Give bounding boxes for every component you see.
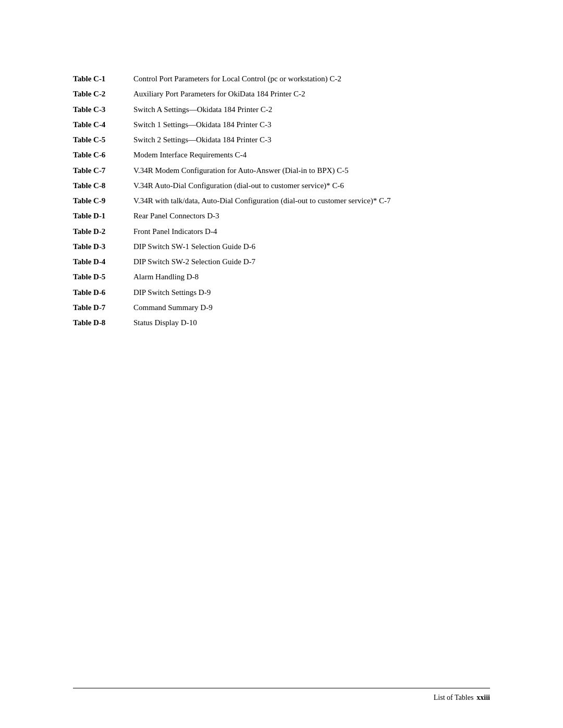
table-label: Table C-7: [73, 165, 130, 177]
table-description: Alarm Handling D-8: [130, 271, 490, 283]
table-label: Table D-2: [73, 226, 130, 238]
table-description: V.34R Modem Configuration for Auto-Answe…: [130, 165, 490, 177]
table-description: Modem Interface Requirements C-4: [130, 149, 490, 161]
table-label: Table D-5: [73, 271, 130, 283]
table-label: Table C-3: [73, 104, 130, 116]
table-label: Table D-6: [73, 287, 130, 299]
table-label: Table C-4: [73, 119, 130, 131]
table-entry: Table C-8V.34R Auto-Dial Configuration (…: [73, 180, 490, 192]
table-label: Table D-3: [73, 241, 130, 253]
table-entry: Table D-6DIP Switch Settings D-9: [73, 287, 490, 299]
table-entry: Table C-4Switch 1 Settings—Okidata 184 P…: [73, 119, 490, 131]
table-description: DIP Switch SW-1 Selection Guide D-6: [130, 241, 490, 253]
table-description: Switch A Settings—Okidata 184 Printer C-…: [130, 104, 490, 116]
table-label: Table C-6: [73, 149, 130, 161]
table-label: Table D-8: [73, 317, 130, 329]
table-description: V.34R with talk/data, Auto-Dial Configur…: [130, 195, 490, 207]
table-list: Table C-1Control Port Parameters for Loc…: [73, 73, 490, 329]
footer-page-number: xxiii: [476, 694, 490, 702]
table-description: DIP Switch Settings D-9: [130, 287, 490, 299]
table-label: Table C-1: [73, 73, 130, 85]
table-description: Status Display D-10: [130, 317, 490, 329]
table-description: Switch 1 Settings—Okidata 184 Printer C-…: [130, 119, 490, 131]
table-entry: Table D-1Rear Panel Connectors D-3: [73, 210, 490, 222]
table-entry: Table D-7Command Summary D-9: [73, 302, 490, 314]
table-description: V.34R Auto-Dial Configuration (dial-out …: [130, 180, 490, 192]
table-description: DIP Switch SW-2 Selection Guide D-7: [130, 256, 490, 268]
table-entry: Table C-3Switch A Settings—Okidata 184 P…: [73, 104, 490, 116]
table-label: Table C-2: [73, 88, 130, 100]
table-entry: Table C-7V.34R Modem Configuration for A…: [73, 165, 490, 177]
table-label: Table C-8: [73, 180, 130, 192]
table-entry: Table C-1Control Port Parameters for Loc…: [73, 73, 490, 85]
table-entry: Table C-2Auxiliary Port Parameters for O…: [73, 88, 490, 100]
table-label: Table D-4: [73, 256, 130, 268]
footer-section-label: List of Tables: [434, 694, 474, 702]
table-entry: Table D-5Alarm Handling D-8: [73, 271, 490, 283]
table-entry: Table D-2Front Panel Indicators D-4: [73, 226, 490, 238]
table-description: Switch 2 Settings—Okidata 184 Printer C-…: [130, 134, 490, 146]
table-description: Rear Panel Connectors D-3: [130, 210, 490, 222]
table-label: Table D-7: [73, 302, 130, 314]
table-description: Command Summary D-9: [130, 302, 490, 314]
table-entry: Table C-5Switch 2 Settings—Okidata 184 P…: [73, 134, 490, 146]
table-label: Table C-9: [73, 195, 130, 207]
table-entry: Table C-9V.34R with talk/data, Auto-Dial…: [73, 195, 490, 207]
footer: List of Tables xxiii: [0, 688, 563, 702]
page: Table C-1Control Port Parameters for Loc…: [0, 0, 563, 728]
table-entry: Table D-8Status Display D-10: [73, 317, 490, 329]
table-entry: Table C-6Modem Interface Requirements C-…: [73, 149, 490, 161]
table-label: Table C-5: [73, 134, 130, 146]
table-entry: Table D-3DIP Switch SW-1 Selection Guide…: [73, 241, 490, 253]
footer-rule: [73, 688, 490, 688]
table-entry: Table D-4DIP Switch SW-2 Selection Guide…: [73, 256, 490, 268]
table-description: Front Panel Indicators D-4: [130, 226, 490, 238]
table-description: Control Port Parameters for Local Contro…: [130, 73, 490, 85]
footer-text: List of Tables xxiii: [73, 694, 490, 702]
table-label: Table D-1: [73, 210, 130, 222]
table-description: Auxiliary Port Parameters for OkiData 18…: [130, 88, 490, 100]
